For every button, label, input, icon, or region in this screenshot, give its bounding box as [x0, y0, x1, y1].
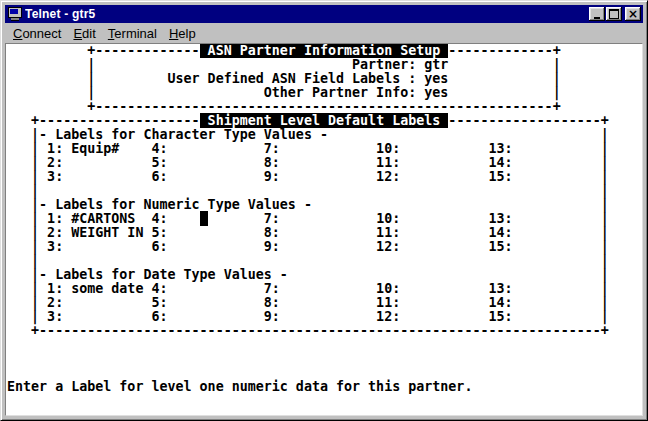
minimize-button[interactable] [589, 7, 605, 21]
terminal-line: | Partner: gtr | [7, 58, 642, 72]
menu-item-help[interactable]: Help [163, 24, 202, 43]
terminal-line [7, 338, 642, 352]
terminal-line: Enter a Label for level one numeric data… [7, 380, 642, 394]
terminal-line [7, 394, 642, 408]
telnet-icon [8, 7, 22, 21]
terminal-line: +-------------------- Shipment Level Def… [7, 114, 642, 128]
window-title: Telnet - gtr5 [25, 7, 589, 21]
menu-item-terminal[interactable]: Terminal [102, 24, 163, 43]
terminal-line [7, 366, 642, 380]
minimize-icon [594, 17, 600, 19]
terminal-line: +------------- ASN Partner Information S… [7, 44, 642, 58]
terminal-line: | 2: 5: 8: 11: 14: | [7, 296, 642, 310]
telnet-window: Telnet - gtr5 × Connect Edit Terminal He… [0, 0, 648, 421]
terminal-line: | 2: WEIGHT IN 5: 8: 11: 14: | [7, 226, 642, 240]
terminal-line: | Other Partner Info: yes | [7, 86, 642, 100]
terminal-line: | 1: #CARTONS 4: 7: 10: 13: | [7, 212, 642, 226]
terminal-line: | 3: 6: 9: 12: 15: | [7, 240, 642, 254]
terminal-screen[interactable]: +------------- ASN Partner Information S… [6, 44, 642, 408]
terminal-line: | 3: 6: 9: 12: 15: | [7, 310, 642, 324]
terminal-line: | 1: Equip# 4: 7: 10: 13: | [7, 142, 642, 156]
menubar: Connect Edit Terminal Help [5, 23, 643, 43]
titlebar: Telnet - gtr5 × [5, 5, 643, 23]
terminal-line: |- Labels for Date Type Values - | [7, 268, 642, 282]
terminal-line: | | [7, 184, 642, 198]
terminal-line: +---------------------------------------… [7, 324, 642, 338]
terminal-line: |- Labels for Character Type Values - | [7, 128, 642, 142]
maximize-icon [609, 9, 619, 19]
menu-item-edit[interactable]: Edit [67, 24, 101, 43]
terminal-line: +---------------------------------------… [7, 100, 642, 114]
terminal-line: |- Labels for Numeric Type Values - | [7, 198, 642, 212]
menu-item-connect[interactable]: Connect [7, 24, 67, 43]
maximize-button[interactable] [606, 7, 622, 21]
terminal-line: | User Defined ASN Field Labels : yes | [7, 72, 642, 86]
close-icon: × [628, 9, 638, 19]
inverse-title: ASN Partner Information Setup [200, 43, 449, 58]
terminal-cursor [200, 211, 208, 226]
terminal-line: | 3: 6: 9: 12: 15: | [7, 170, 642, 184]
inverse-title: Shipment Level Default Labels [200, 113, 449, 128]
terminal-client: +------------- ASN Partner Information S… [5, 43, 643, 416]
terminal-line: | | [7, 254, 642, 268]
close-button[interactable]: × [625, 7, 641, 21]
terminal-line: | 2: 5: 8: 11: 14: | [7, 156, 642, 170]
terminal-line: | 1: some date 4: 7: 10: 13: | [7, 282, 642, 296]
terminal-line [7, 352, 642, 366]
